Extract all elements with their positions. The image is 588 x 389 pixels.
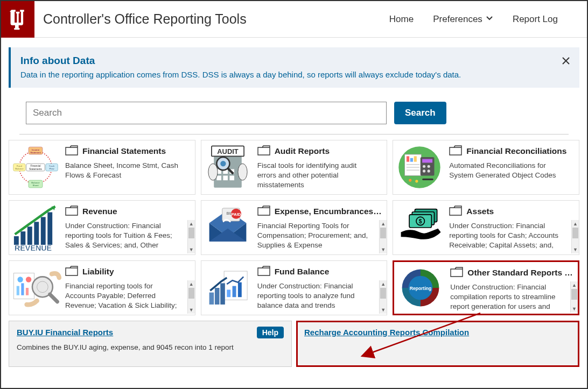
svg-text:Sheet: Sheet xyxy=(32,184,39,187)
card-title: Fund Balance xyxy=(275,267,330,277)
top-nav: Home Preferences Report Log xyxy=(389,14,587,25)
svg-rect-70 xyxy=(21,283,24,295)
card-desc: Under Construction: Financial compilatio… xyxy=(450,282,575,313)
sub-card-buy-iu[interactable]: BUY.IU Financial Reports Help Combines t… xyxy=(9,321,292,367)
svg-text:$: $ xyxy=(419,218,422,224)
folder-icon xyxy=(257,205,270,218)
search-row: Search xyxy=(26,102,587,134)
card-desc: Under Construction: Financial reporting … xyxy=(65,221,192,251)
card-desc: Balance Sheet, Income Stmt, Cash Flows &… xyxy=(65,161,192,180)
reporting-icon: Reporting xyxy=(394,262,447,314)
card-financial-reconciliations[interactable]: Financial Reconciliations Automated Reco… xyxy=(393,140,579,195)
card-revenue[interactable]: REVENUE Revenue Under Construction: Fina… xyxy=(9,200,195,255)
sub-desc: Combines the BUY.IU aging, expense, and … xyxy=(17,343,284,352)
card-desc: Financial reporting tools for Accounts P… xyxy=(65,281,192,312)
svg-line-74 xyxy=(50,294,58,302)
svg-text:Balance: Balance xyxy=(31,181,40,184)
nav-preferences-label: Preferences xyxy=(433,14,482,25)
reconciliation-icon xyxy=(393,140,446,194)
svg-text:REVENUE: REVENUE xyxy=(15,244,52,252)
svg-rect-77 xyxy=(232,286,236,298)
card-title: Assets xyxy=(466,207,494,216)
svg-point-68 xyxy=(26,277,31,282)
svg-text:Financial: Financial xyxy=(31,165,41,167)
svg-point-27 xyxy=(220,161,226,166)
svg-point-42 xyxy=(428,169,430,172)
expense-icon: BILL: PAID xyxy=(201,201,254,254)
folder-icon xyxy=(65,265,78,278)
svg-rect-48 xyxy=(27,227,32,245)
card-title: Other Standard Reports a... xyxy=(467,268,575,278)
svg-point-43 xyxy=(409,179,412,182)
svg-rect-21 xyxy=(229,175,234,180)
svg-point-24 xyxy=(208,164,218,180)
nav-home[interactable]: Home xyxy=(389,14,414,25)
card-title: Financial Statements xyxy=(82,146,166,156)
svg-rect-31 xyxy=(407,156,409,161)
liability-icon xyxy=(9,261,62,315)
folder-icon xyxy=(65,205,78,218)
svg-rect-80 xyxy=(215,288,220,305)
svg-rect-79 xyxy=(209,293,214,305)
card-title: Expense, Encumbrances & ... xyxy=(275,207,384,216)
svg-rect-47 xyxy=(20,231,25,245)
search-button[interactable]: Search xyxy=(394,102,446,124)
card-fund-balance[interactable]: Fund Balance Under Construction: Financi… xyxy=(201,260,388,315)
revenue-icon: REVENUE xyxy=(9,201,62,254)
card-desc: Under Construction: Financial reporting … xyxy=(257,281,384,311)
svg-rect-81 xyxy=(220,283,225,305)
card-liability[interactable]: Liability Financial reporting tools for … xyxy=(9,260,195,315)
svg-text:Statement: Statement xyxy=(30,151,41,154)
card-desc: Automated Reconciliations for System Gen… xyxy=(449,161,576,180)
scrollbar[interactable]: ▲▼ xyxy=(187,280,195,314)
search-input[interactable] xyxy=(26,102,387,124)
svg-text:AUDIT: AUDIT xyxy=(217,147,239,155)
svg-point-67 xyxy=(17,277,23,282)
svg-rect-50 xyxy=(41,217,46,245)
svg-rect-76 xyxy=(227,289,230,297)
scrollbar[interactable]: ▲▼ xyxy=(187,220,195,253)
scrollbar[interactable]: ▲▼ xyxy=(570,281,578,313)
card-expense-encumbrances[interactable]: BILL: PAID Expense, Encumbrances & ... F… xyxy=(201,200,388,255)
sub-title[interactable]: BUY.IU Financial Reports xyxy=(17,328,113,337)
iu-logo[interactable] xyxy=(1,1,34,38)
folder-icon xyxy=(257,265,270,278)
scrollbar[interactable]: ▲▼ xyxy=(379,280,387,314)
svg-point-25 xyxy=(238,164,247,180)
help-button[interactable]: Help xyxy=(257,327,284,338)
card-assets[interactable]: $ Assets Under Construction: Financial r… xyxy=(393,200,579,255)
card-audit-reports[interactable]: AUDIT Audit Reports Fiscal tools for ide… xyxy=(201,140,388,195)
folder-icon xyxy=(65,145,78,158)
card-title: Audit Reports xyxy=(275,146,330,156)
svg-text:PAID: PAID xyxy=(231,212,241,217)
svg-text:Flow: Flow xyxy=(50,167,55,170)
close-icon[interactable] xyxy=(561,55,571,69)
card-financial-statements[interactable]: Income Statement Fund Balance Financial … xyxy=(9,140,195,195)
card-desc: Fiscal tools for identifying audit error… xyxy=(257,161,384,190)
svg-rect-33 xyxy=(414,156,417,161)
iu-trident-icon xyxy=(9,8,27,31)
scrollbar[interactable]: ▲▼ xyxy=(379,220,387,253)
card-desc: Under Construction: Financial reporting … xyxy=(449,221,576,251)
info-banner: Info about Data Data in the reporting ap… xyxy=(9,47,579,88)
header: Controller's Office Reporting Tools Home… xyxy=(1,1,587,38)
svg-point-40 xyxy=(428,165,430,168)
svg-text:Reporting: Reporting xyxy=(410,286,432,291)
chevron-down-icon xyxy=(486,14,493,25)
assets-icon: $ xyxy=(393,201,446,254)
card-title: Revenue xyxy=(82,207,117,216)
svg-rect-78 xyxy=(238,282,242,298)
svg-rect-38 xyxy=(422,159,432,163)
nav-preferences[interactable]: Preferences xyxy=(433,14,493,25)
folder-icon xyxy=(450,266,463,279)
svg-rect-49 xyxy=(34,222,39,245)
scrollbar[interactable]: ▲▼ xyxy=(571,220,579,253)
nav-report-log[interactable]: Report Log xyxy=(513,14,558,25)
sub-title[interactable]: Recharge Accounting Reports Compilation xyxy=(304,328,469,337)
sub-card-recharge-accounting[interactable]: Recharge Accounting Reports Compilation xyxy=(296,321,579,367)
card-other-standard-reports[interactable]: Reporting Other Standard Reports a... Un… xyxy=(393,260,579,315)
svg-text:Fund: Fund xyxy=(17,165,22,167)
card-title: Liability xyxy=(82,267,114,277)
audit-icon: AUDIT xyxy=(201,140,254,194)
svg-rect-20 xyxy=(223,175,228,180)
